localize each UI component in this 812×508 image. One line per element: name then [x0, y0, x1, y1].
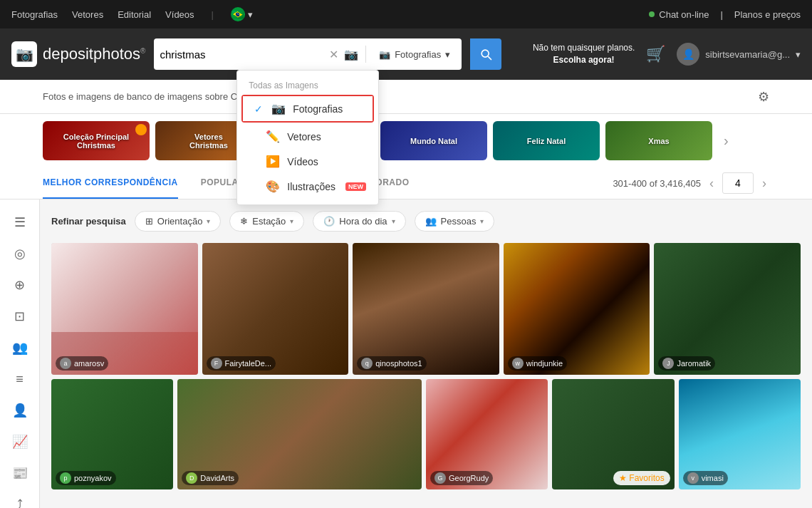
image-card-3[interactable]: q qinosphotos1 [353, 243, 499, 375]
search-button[interactable] [470, 38, 501, 70]
filter-hora[interactable]: 🕐 Hora do dia ▾ [313, 211, 405, 232]
sidebar-globe-icon[interactable]: ⊕ [6, 271, 34, 299]
search-icon [479, 47, 493, 61]
nav-editorial[interactable]: Editorial [118, 9, 151, 20]
sidebar-news-icon[interactable]: 📰 [6, 459, 34, 487]
chat-online[interactable]: Chat on-line [649, 9, 709, 20]
collection-label-0: Coleção PrincipalChristmas [61, 130, 132, 152]
vetores-label: Vetores [287, 131, 321, 142]
author-name-1: amarosv [74, 359, 104, 368]
camera-icon: 📷 [271, 102, 286, 115]
new-badge: NEW [345, 182, 366, 191]
pen-icon: ✏️ [266, 130, 280, 143]
sidebar-menu-icon[interactable]: ☰ [6, 208, 34, 237]
author-tag-8: G GeorgRudy [430, 471, 493, 485]
pessoas-chevron: ▾ [480, 217, 484, 225]
pagination: 301-400 of 3,416,405 ‹ › [613, 172, 769, 194]
collection-label-4: Feliz Natal [527, 137, 566, 145]
estacao-icon: ❄ [240, 216, 248, 227]
gallery-area: Refinar pesquisa ⊞ Orientação ▾ ❄ Estaçã… [40, 199, 812, 508]
dropdown-item-fotografias[interactable]: ✓ 📷 Fotografias [243, 96, 373, 121]
dropdown-selected-item: ✓ 📷 Fotografias [241, 95, 374, 123]
collections-next-arrow[interactable]: › [718, 127, 734, 155]
favorite-button[interactable]: ★ Favoritos [613, 471, 670, 485]
author-name-2: FairytaleDe... [225, 359, 271, 368]
image-card-2[interactable]: F FairytaleDe... [202, 243, 349, 375]
image-card-5[interactable]: J Jaromatik [654, 243, 801, 375]
author-avatar-4: w [512, 358, 524, 369]
settings-icon[interactable]: ⚙ [758, 89, 769, 105]
tab-melhor[interactable]: MELHOR CORRESPONDÊNCIA [43, 167, 178, 199]
hora-icon: 🕐 [323, 216, 335, 227]
collection-principal[interactable]: Coleção PrincipalChristmas [43, 121, 150, 160]
user-menu[interactable]: 👤 sibirtsevamaria@g... ▾ [677, 43, 801, 66]
language-selector[interactable]: ▾ [231, 7, 253, 21]
logo-link[interactable]: 📷 depositphotos® [11, 41, 145, 67]
logo-icon: 📷 [11, 41, 37, 67]
collection-label-3: Mundo Natal [410, 137, 457, 145]
page-number-input[interactable] [722, 172, 754, 194]
check-icon: ✓ [254, 103, 264, 115]
collection-feliz[interactable]: Feliz Natal [493, 121, 600, 160]
pagination-prev[interactable]: ‹ [707, 173, 717, 194]
filter-estacao[interactable]: ❄ Estação ▾ [229, 211, 304, 232]
nav-vetores[interactable]: Vetores [72, 9, 103, 20]
user-avatar: 👤 [677, 43, 699, 66]
image-grid-row2: p poznyakov D DavidArts G GeorgRudy [40, 379, 801, 489]
dropdown-item-videos[interactable]: ▶️ Vídeos [237, 149, 378, 174]
filter-pessoas[interactable]: 👥 Pessoas ▾ [415, 211, 495, 232]
image-card-4[interactable]: w windjunkie [504, 243, 650, 375]
image-card-9[interactable]: ★ Favoritos [552, 379, 674, 489]
camera-icon-small: 📷 [379, 49, 390, 60]
image-card-6[interactable]: p poznyakov [51, 379, 173, 489]
cart-button[interactable]: 🛒 [646, 45, 665, 63]
chevron-down-icon: ▾ [248, 9, 253, 20]
author-name-5: Jaromatik [677, 359, 711, 368]
author-avatar-1: a [60, 358, 71, 369]
chevron-down-icon: ▾ [445, 49, 450, 60]
dropdown-item-vetores[interactable]: ✏️ Vetores [237, 124, 378, 149]
sidebar-list-icon[interactable]: ≡ [6, 365, 34, 393]
nav-videos[interactable]: Vídeos [165, 9, 194, 20]
pessoas-icon: 👥 [425, 216, 437, 227]
dropdown-section-label: Todas as Imagens [237, 76, 378, 93]
sidebar-stats-icon[interactable]: 📈 [6, 427, 34, 456]
pagination-next[interactable]: › [759, 173, 769, 194]
author-name-4: windjunkie [526, 359, 563, 368]
search-type-selector[interactable]: 📷 Fotografias ▾ [373, 46, 456, 63]
author-tag-5: J Jaromatik [658, 356, 715, 370]
author-tag-3: q qinosphotos1 [357, 356, 426, 370]
pessoas-label: Pessoas [441, 216, 477, 227]
dropdown-item-ilustracoes[interactable]: 🎨 Ilustrações NEW [237, 174, 378, 199]
image-card-8[interactable]: G GeorgRudy [426, 379, 548, 489]
image-card-10[interactable]: v vimasi [679, 379, 801, 489]
clear-search-button[interactable]: ✕ [328, 46, 340, 63]
collection-mundo[interactable]: Mundo Natal [380, 121, 487, 160]
author-avatar-6: p [60, 472, 71, 484]
ilustracoes-label: Ilustrações [287, 181, 335, 192]
top-navigation: Fotografias Vetores Editorial Vídeos | ▾… [0, 0, 812, 28]
estacao-label: Estação [252, 216, 286, 227]
nav-fotografias[interactable]: Fotografias [11, 9, 58, 20]
image-card-7[interactable]: D DavidArts [177, 379, 422, 489]
collection-xmas[interactable]: Xmas [605, 121, 712, 160]
orange-tag [135, 124, 147, 135]
camera-search-icon[interactable]: 📷 [344, 48, 358, 61]
search-input[interactable] [160, 48, 323, 61]
image-grid-row1: a amarosv F FairytaleDe... q qinosphotos… [40, 243, 801, 375]
sidebar-user-icon[interactable]: 👤 [6, 396, 34, 425]
image-card-1[interactable]: a amarosv [51, 243, 198, 375]
plans-link[interactable]: Planos e preços [734, 9, 801, 20]
orientacao-label: Orientação [157, 216, 203, 227]
sidebar-crop-icon[interactable]: ⊡ [6, 302, 34, 331]
author-avatar-3: q [361, 358, 373, 369]
hora-chevron: ▾ [392, 217, 395, 225]
author-avatar-8: G [434, 472, 446, 484]
sidebar-share-icon[interactable]: ⤴ [6, 490, 34, 508]
orientacao-chevron: ▾ [207, 217, 210, 225]
sidebar-chart-icon[interactable]: ◎ [6, 239, 34, 268]
filter-orientacao[interactable]: ⊞ Orientação ▾ [135, 211, 222, 232]
sidebar-people-icon[interactable]: 👥 [6, 333, 34, 362]
author-tag-10: v vimasi [683, 471, 728, 485]
no-plan-notice: Não tem quaisquer planos. Escolha agora! [533, 42, 635, 66]
